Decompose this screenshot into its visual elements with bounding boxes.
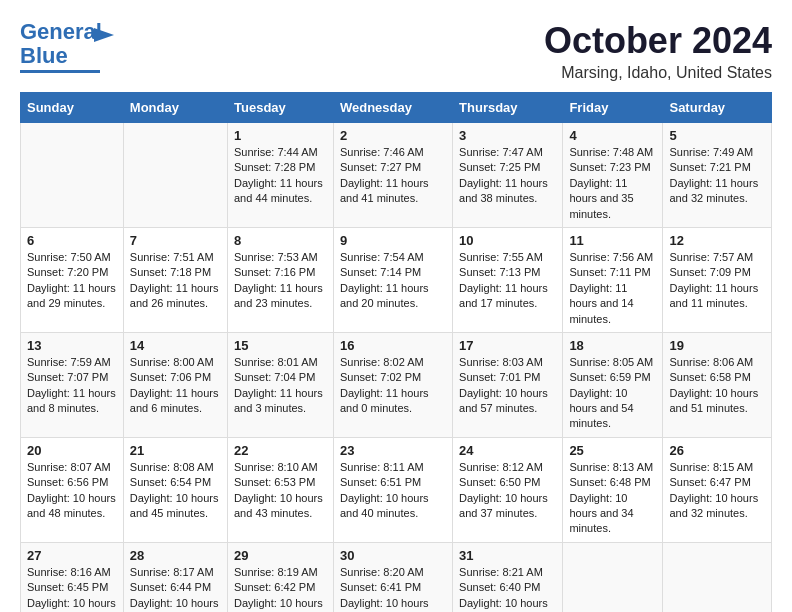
sunrise-text: Sunrise: 8:16 AM <box>27 565 117 580</box>
weekday-header-friday: Friday <box>563 93 663 123</box>
calendar-cell: 29Sunrise: 8:19 AMSunset: 6:42 PMDayligh… <box>228 542 334 612</box>
calendar-cell: 13Sunrise: 7:59 AMSunset: 7:07 PMDayligh… <box>21 332 124 437</box>
calendar-week-3: 13Sunrise: 7:59 AMSunset: 7:07 PMDayligh… <box>21 332 772 437</box>
calendar-cell: 18Sunrise: 8:05 AMSunset: 6:59 PMDayligh… <box>563 332 663 437</box>
weekday-header-monday: Monday <box>123 93 227 123</box>
calendar-cell: 14Sunrise: 8:00 AMSunset: 7:06 PMDayligh… <box>123 332 227 437</box>
daylight-text: Daylight: 11 hours and 20 minutes. <box>340 281 446 312</box>
daylight-text: Daylight: 10 hours and 21 minutes. <box>340 596 446 612</box>
sunrise-text: Sunrise: 7:53 AM <box>234 250 327 265</box>
calendar-cell: 4Sunrise: 7:48 AMSunset: 7:23 PMDaylight… <box>563 123 663 228</box>
sunset-text: Sunset: 7:02 PM <box>340 370 446 385</box>
sunset-text: Sunset: 6:45 PM <box>27 580 117 595</box>
daylight-text: Daylight: 10 hours and 29 minutes. <box>27 596 117 612</box>
daylight-text: Daylight: 11 hours and 44 minutes. <box>234 176 327 207</box>
calendar-cell: 5Sunrise: 7:49 AMSunset: 7:21 PMDaylight… <box>663 123 772 228</box>
day-number: 29 <box>234 548 327 563</box>
day-number: 15 <box>234 338 327 353</box>
sunset-text: Sunset: 7:23 PM <box>569 160 656 175</box>
calendar-cell <box>563 542 663 612</box>
day-number: 5 <box>669 128 765 143</box>
sunrise-text: Sunrise: 7:44 AM <box>234 145 327 160</box>
sunrise-text: Sunrise: 7:48 AM <box>569 145 656 160</box>
calendar-cell: 22Sunrise: 8:10 AMSunset: 6:53 PMDayligh… <box>228 437 334 542</box>
sunrise-text: Sunrise: 8:12 AM <box>459 460 556 475</box>
sunset-text: Sunset: 6:51 PM <box>340 475 446 490</box>
sunset-text: Sunset: 7:13 PM <box>459 265 556 280</box>
svg-marker-0 <box>94 28 114 42</box>
calendar-cell: 7Sunrise: 7:51 AMSunset: 7:18 PMDaylight… <box>123 227 227 332</box>
sunrise-text: Sunrise: 8:19 AM <box>234 565 327 580</box>
calendar-cell: 30Sunrise: 8:20 AMSunset: 6:41 PMDayligh… <box>333 542 452 612</box>
daylight-text: Daylight: 11 hours and 38 minutes. <box>459 176 556 207</box>
day-number: 24 <box>459 443 556 458</box>
daylight-text: Daylight: 10 hours and 57 minutes. <box>459 386 556 417</box>
sunset-text: Sunset: 7:06 PM <box>130 370 221 385</box>
calendar-cell: 11Sunrise: 7:56 AMSunset: 7:11 PMDayligh… <box>563 227 663 332</box>
sunset-text: Sunset: 7:27 PM <box>340 160 446 175</box>
day-number: 16 <box>340 338 446 353</box>
sunrise-text: Sunrise: 7:50 AM <box>27 250 117 265</box>
calendar-cell <box>663 542 772 612</box>
day-number: 13 <box>27 338 117 353</box>
logo-arrow-icon <box>94 24 116 46</box>
daylight-text: Daylight: 11 hours and 26 minutes. <box>130 281 221 312</box>
day-number: 7 <box>130 233 221 248</box>
sunset-text: Sunset: 7:21 PM <box>669 160 765 175</box>
sunrise-text: Sunrise: 8:08 AM <box>130 460 221 475</box>
calendar-cell: 26Sunrise: 8:15 AMSunset: 6:47 PMDayligh… <box>663 437 772 542</box>
sunrise-text: Sunrise: 8:07 AM <box>27 460 117 475</box>
sunset-text: Sunset: 6:54 PM <box>130 475 221 490</box>
sunrise-text: Sunrise: 8:17 AM <box>130 565 221 580</box>
daylight-text: Daylight: 10 hours and 34 minutes. <box>569 491 656 537</box>
daylight-text: Daylight: 11 hours and 23 minutes. <box>234 281 327 312</box>
sunset-text: Sunset: 7:18 PM <box>130 265 221 280</box>
daylight-text: Daylight: 11 hours and 14 minutes. <box>569 281 656 327</box>
calendar-cell: 24Sunrise: 8:12 AMSunset: 6:50 PMDayligh… <box>453 437 563 542</box>
sunset-text: Sunset: 6:47 PM <box>669 475 765 490</box>
sunrise-text: Sunrise: 8:06 AM <box>669 355 765 370</box>
calendar-cell: 17Sunrise: 8:03 AMSunset: 7:01 PMDayligh… <box>453 332 563 437</box>
sunrise-text: Sunrise: 7:56 AM <box>569 250 656 265</box>
daylight-text: Daylight: 10 hours and 43 minutes. <box>234 491 327 522</box>
sunrise-text: Sunrise: 7:55 AM <box>459 250 556 265</box>
calendar-cell: 3Sunrise: 7:47 AMSunset: 7:25 PMDaylight… <box>453 123 563 228</box>
month-title: October 2024 <box>544 20 772 62</box>
calendar-cell: 12Sunrise: 7:57 AMSunset: 7:09 PMDayligh… <box>663 227 772 332</box>
sunset-text: Sunset: 6:42 PM <box>234 580 327 595</box>
sunset-text: Sunset: 6:53 PM <box>234 475 327 490</box>
weekday-header-wednesday: Wednesday <box>333 93 452 123</box>
sunrise-text: Sunrise: 8:02 AM <box>340 355 446 370</box>
daylight-text: Daylight: 11 hours and 3 minutes. <box>234 386 327 417</box>
sunset-text: Sunset: 7:28 PM <box>234 160 327 175</box>
sunset-text: Sunset: 6:56 PM <box>27 475 117 490</box>
sunrise-text: Sunrise: 7:57 AM <box>669 250 765 265</box>
day-number: 14 <box>130 338 221 353</box>
calendar-cell: 8Sunrise: 7:53 AMSunset: 7:16 PMDaylight… <box>228 227 334 332</box>
sunset-text: Sunset: 7:04 PM <box>234 370 327 385</box>
sunset-text: Sunset: 7:20 PM <box>27 265 117 280</box>
day-number: 25 <box>569 443 656 458</box>
sunrise-text: Sunrise: 8:10 AM <box>234 460 327 475</box>
day-number: 21 <box>130 443 221 458</box>
sunset-text: Sunset: 6:59 PM <box>569 370 656 385</box>
sunset-text: Sunset: 6:48 PM <box>569 475 656 490</box>
daylight-text: Daylight: 10 hours and 40 minutes. <box>340 491 446 522</box>
day-number: 26 <box>669 443 765 458</box>
day-number: 28 <box>130 548 221 563</box>
logo-underline <box>20 70 100 73</box>
sunset-text: Sunset: 7:01 PM <box>459 370 556 385</box>
sunrise-text: Sunrise: 7:46 AM <box>340 145 446 160</box>
sunset-text: Sunset: 7:14 PM <box>340 265 446 280</box>
daylight-text: Daylight: 11 hours and 11 minutes. <box>669 281 765 312</box>
daylight-text: Daylight: 10 hours and 26 minutes. <box>130 596 221 612</box>
sunrise-text: Sunrise: 7:59 AM <box>27 355 117 370</box>
calendar-cell: 9Sunrise: 7:54 AMSunset: 7:14 PMDaylight… <box>333 227 452 332</box>
daylight-text: Daylight: 11 hours and 29 minutes. <box>27 281 117 312</box>
weekday-header-thursday: Thursday <box>453 93 563 123</box>
sunset-text: Sunset: 7:07 PM <box>27 370 117 385</box>
location-text: Marsing, Idaho, United States <box>544 64 772 82</box>
calendar-cell: 19Sunrise: 8:06 AMSunset: 6:58 PMDayligh… <box>663 332 772 437</box>
sunrise-text: Sunrise: 8:13 AM <box>569 460 656 475</box>
weekday-header-tuesday: Tuesday <box>228 93 334 123</box>
